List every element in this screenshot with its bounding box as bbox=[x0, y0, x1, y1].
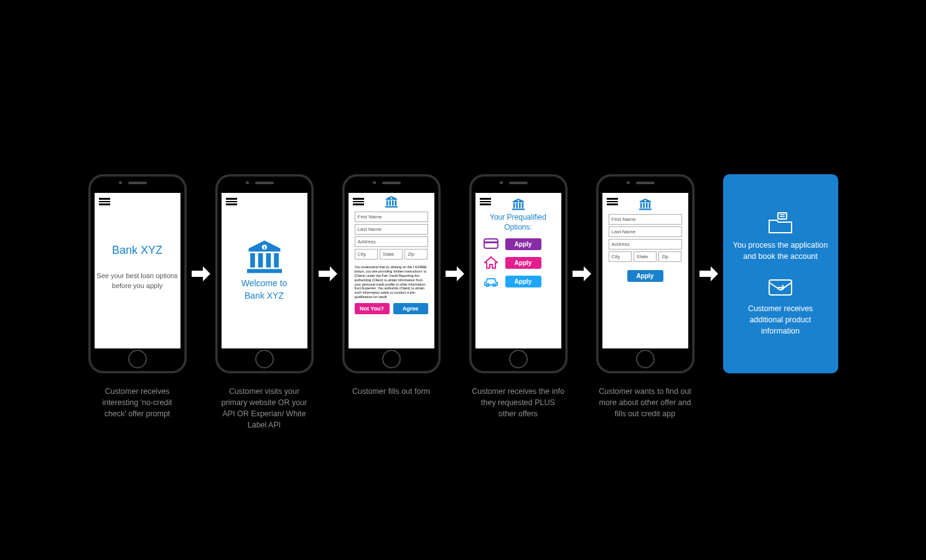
last-name-field[interactable]: Last Name bbox=[355, 224, 428, 235]
caption-step-3: Customer fills out form bbox=[342, 386, 441, 431]
state-field[interactable]: State bbox=[634, 251, 657, 262]
captions-row: Customer receives interesting 'no-credit… bbox=[0, 386, 926, 431]
caption-step-4: Customer receives the info they requeste… bbox=[469, 386, 568, 431]
welcome-text: Welcome toBank XYZ bbox=[241, 278, 288, 302]
outcome-process-text: You process the application and book the… bbox=[732, 240, 830, 262]
city-field[interactable]: City bbox=[609, 251, 632, 262]
hamburger-icon bbox=[99, 197, 110, 207]
credit-card-icon bbox=[483, 237, 499, 251]
screen-step-3: First Name Last Name Address City State … bbox=[348, 193, 434, 348]
screen-step-2: Welcome toBank XYZ bbox=[222, 193, 307, 348]
zip-field[interactable]: Zip bbox=[405, 249, 428, 259]
arrow-icon bbox=[573, 264, 591, 283]
agree-button[interactable]: Agree bbox=[393, 303, 428, 314]
phone-step-2: Welcome toBank XYZ bbox=[215, 174, 314, 373]
arrow-icon bbox=[319, 264, 337, 283]
arrow-icon bbox=[699, 264, 718, 283]
phone-step-4: Your Prequalified Options: Apply Apply A… bbox=[469, 174, 568, 373]
arrow-icon bbox=[446, 264, 464, 283]
caption-step-1: Customer receives interesting 'no-credit… bbox=[88, 386, 187, 431]
apply-button[interactable]: Apply bbox=[505, 257, 541, 269]
bank-building-icon bbox=[384, 195, 399, 208]
apply-button[interactable]: Apply bbox=[505, 276, 541, 287]
offer-card: Apply bbox=[483, 237, 554, 251]
hamburger-icon bbox=[353, 197, 364, 207]
folder-document-icon bbox=[767, 211, 794, 236]
outcome-receive-text: Customer receives additional product inf… bbox=[732, 303, 830, 337]
apply-button[interactable]: Apply bbox=[627, 270, 663, 282]
offer-subtitle: See your best loan options before you ap… bbox=[95, 271, 180, 291]
hamburger-icon bbox=[226, 197, 237, 207]
fine-print: You understand that by clicking on the I… bbox=[355, 265, 428, 299]
last-name-field[interactable]: Last Name bbox=[609, 226, 682, 237]
first-name-field[interactable]: First Name bbox=[609, 214, 682, 225]
arrow-icon bbox=[192, 264, 210, 283]
address-field[interactable]: Address bbox=[355, 236, 428, 247]
offer-auto: Apply bbox=[483, 274, 554, 288]
bank-building-icon bbox=[243, 239, 286, 274]
first-name-field[interactable]: First Name bbox=[355, 212, 428, 222]
car-icon bbox=[483, 274, 499, 288]
bank-building-icon bbox=[511, 198, 526, 210]
screen-step-4: Your Prequalified Options: Apply Apply A… bbox=[475, 193, 561, 348]
apply-button[interactable]: Apply bbox=[505, 238, 541, 250]
state-field[interactable]: State bbox=[380, 249, 403, 259]
phone-step-1: Bank XYZ See your best loan options befo… bbox=[88, 174, 187, 373]
diagram-stage: Bank XYZ See your best loan options befo… bbox=[0, 0, 926, 560]
screen-step-5: First Name Last Name Address City State … bbox=[602, 193, 688, 348]
caption-step-2: Customer visits your primary website OR … bbox=[215, 386, 314, 431]
screen-step-1: Bank XYZ See your best loan options befo… bbox=[95, 193, 180, 348]
house-icon bbox=[483, 256, 499, 269]
phone-step-3: First Name Last Name Address City State … bbox=[342, 174, 441, 373]
mail-send-icon bbox=[767, 274, 794, 299]
phone-flow-row: Bank XYZ See your best loan options befo… bbox=[0, 174, 926, 373]
bank-building-icon bbox=[638, 198, 653, 210]
city-field[interactable]: City bbox=[355, 249, 378, 259]
final-outcome-card: You process the application and book the… bbox=[723, 174, 838, 373]
zip-field[interactable]: Zip bbox=[658, 251, 681, 262]
hamburger-icon bbox=[480, 197, 491, 207]
not-you-button[interactable]: Not You? bbox=[355, 303, 390, 314]
phone-step-5: First Name Last Name Address City State … bbox=[596, 174, 694, 373]
bank-title: Bank XYZ bbox=[112, 244, 162, 257]
offer-home: Apply bbox=[483, 256, 554, 269]
hamburger-icon bbox=[607, 197, 618, 207]
address-field[interactable]: Address bbox=[609, 239, 682, 250]
caption-step-5: Customer wants to find out more about ot… bbox=[596, 386, 694, 431]
prequalified-title: Your Prequalified Options: bbox=[475, 213, 561, 232]
